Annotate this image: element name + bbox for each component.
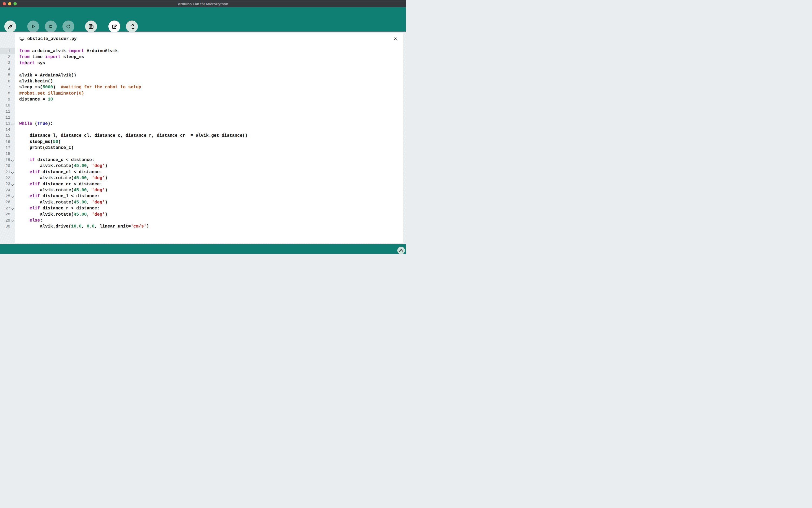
reset-button[interactable] bbox=[63, 20, 74, 33]
fold-chevron-icon[interactable] bbox=[10, 194, 14, 199]
fold-chevron-icon[interactable] bbox=[10, 170, 14, 174]
code-line: 27 elif distance_r < distance: bbox=[0, 205, 403, 211]
code-text[interactable]: alvik.rotate(45.00, 'deg') bbox=[15, 163, 403, 169]
minimize-window-button[interactable] bbox=[8, 2, 11, 5]
gutter-cell: 19 bbox=[0, 157, 15, 163]
code-line: 10 bbox=[0, 103, 403, 109]
code-line: 9distance = 10 bbox=[0, 96, 403, 102]
close-window-button[interactable] bbox=[3, 2, 6, 5]
code-text[interactable]: if distance_c < distance: bbox=[15, 157, 403, 163]
code-text[interactable]: alvik.rotate(45.00, 'deg') bbox=[15, 175, 403, 181]
fold-chevron-icon[interactable] bbox=[10, 218, 14, 223]
gutter-cell: 9 bbox=[0, 96, 15, 102]
code-text[interactable] bbox=[15, 151, 403, 157]
code-text[interactable]: print(distance_c) bbox=[15, 145, 403, 151]
code-text[interactable]: alvik.begin() bbox=[15, 78, 403, 84]
fold-chevron-icon[interactable] bbox=[10, 206, 14, 211]
line-number: 21 bbox=[5, 170, 10, 175]
gutter-cell: 21 bbox=[0, 169, 15, 175]
gutter-cell: 8 bbox=[0, 90, 15, 96]
code-line: 15 distance_l, distance_cl, distance_c, … bbox=[0, 133, 403, 139]
code-line: 2from time import sleep_ms bbox=[0, 54, 403, 60]
code-text[interactable] bbox=[15, 127, 403, 133]
code-text[interactable]: elif distance_r < distance: bbox=[15, 205, 403, 211]
line-number: 20 bbox=[5, 164, 10, 168]
line-number: 23 bbox=[5, 182, 10, 186]
fold-chevron-icon[interactable] bbox=[10, 182, 14, 186]
gutter-cell: 24 bbox=[0, 187, 15, 193]
line-number: 4 bbox=[8, 67, 10, 72]
code-line: 28 alvik.rotate(45.00, 'deg') bbox=[0, 212, 403, 217]
tab-close-button[interactable]: × bbox=[392, 35, 399, 42]
line-number: 2 bbox=[8, 55, 10, 59]
gutter-cell: 28 bbox=[0, 212, 15, 217]
line-number: 25 bbox=[5, 194, 10, 199]
code-text[interactable]: alvik.rotate(45.00, 'deg') bbox=[15, 200, 403, 205]
code-text[interactable]: alvik.drive(10.0, 0.0, linear_unit='cm/s… bbox=[15, 223, 403, 229]
code-text[interactable]: else: bbox=[15, 217, 403, 223]
code-text[interactable]: #robot.set_illuminator(0) bbox=[15, 90, 403, 96]
code-line: 8#robot.set_illuminator(0) bbox=[0, 90, 403, 96]
line-number: 24 bbox=[5, 188, 10, 193]
code-line: 14 bbox=[0, 127, 403, 133]
save-button[interactable] bbox=[85, 20, 97, 33]
expand-panel-button[interactable] bbox=[397, 247, 405, 254]
stop-button[interactable] bbox=[45, 20, 57, 33]
line-number: 30 bbox=[5, 224, 10, 229]
chevron-up-icon bbox=[398, 248, 404, 253]
fold-chevron-icon[interactable] bbox=[10, 158, 14, 162]
code-line: 26 alvik.rotate(45.00, 'deg') bbox=[0, 200, 403, 205]
code-text[interactable]: sleep_ms(5000) #waiting for the robot to… bbox=[15, 84, 403, 90]
code-text[interactable]: alvik = ArduinoAlvik() bbox=[15, 73, 403, 78]
files-button[interactable] bbox=[126, 20, 138, 33]
code-text[interactable]: elif distance_cl < distance: bbox=[15, 169, 403, 175]
fold-slot bbox=[10, 128, 14, 132]
gutter-cell: 13 bbox=[0, 121, 15, 127]
app-window: Arduino Lab for MicroPython bbox=[0, 0, 406, 254]
code-line: 1from arduino_alvik import ArduinoAlvik bbox=[0, 48, 403, 54]
code-text[interactable]: while (True): bbox=[15, 121, 403, 127]
gutter-cell: 5 bbox=[0, 73, 15, 78]
content-area: obstacle_avoider.py × 1from arduino_alvi… bbox=[0, 33, 406, 244]
line-number: 8 bbox=[8, 91, 10, 96]
code-text[interactable]: import sys bbox=[15, 60, 403, 66]
fold-slot bbox=[10, 224, 14, 229]
line-number: 7 bbox=[8, 85, 10, 90]
code-line: 11 bbox=[0, 109, 403, 115]
code-text[interactable] bbox=[15, 103, 403, 109]
code-text[interactable]: distance = 10 bbox=[15, 96, 403, 102]
code-text[interactable] bbox=[15, 109, 403, 115]
code-text[interactable]: from time import sleep_ms bbox=[15, 54, 403, 60]
gutter-cell: 29 bbox=[0, 217, 15, 223]
line-number: 16 bbox=[5, 140, 10, 144]
line-number: 11 bbox=[5, 110, 10, 114]
floppy-disk-icon bbox=[88, 23, 94, 30]
gutter-cell: 23 bbox=[0, 181, 15, 187]
code-text[interactable]: distance_l, distance_cl, distance_c, dis… bbox=[15, 133, 403, 139]
code-line: 25 elif distance_l < distance: bbox=[0, 193, 403, 199]
code-text[interactable]: elif distance_l < distance: bbox=[15, 193, 403, 199]
code-line: 13while (True): bbox=[0, 121, 403, 127]
editor-button[interactable] bbox=[109, 20, 120, 33]
code-line: 19 if distance_c < distance: bbox=[0, 157, 403, 163]
tab-filename[interactable]: obstacle_avoider.py bbox=[27, 37, 77, 41]
line-number: 5 bbox=[8, 73, 10, 78]
fold-slot bbox=[10, 91, 14, 96]
run-button[interactable] bbox=[27, 20, 39, 33]
code-text[interactable]: sleep_ms(50) bbox=[15, 139, 403, 145]
monitor-icon bbox=[19, 37, 24, 41]
code-line: 21 elif distance_cl < distance: bbox=[0, 169, 403, 175]
connect-button[interactable] bbox=[4, 20, 16, 33]
code-line: 3import sys bbox=[0, 60, 403, 66]
code-text[interactable]: alvik.rotate(45.00, 'deg') bbox=[15, 212, 403, 217]
code-text[interactable]: elif distance_cr < distance: bbox=[15, 181, 403, 187]
gutter-cell: 4 bbox=[0, 66, 15, 72]
code-text[interactable] bbox=[15, 115, 403, 121]
line-number: 19 bbox=[5, 158, 10, 162]
code-text[interactable]: from arduino_alvik import ArduinoAlvik bbox=[15, 48, 403, 54]
zoom-window-button[interactable] bbox=[13, 2, 17, 5]
fold-chevron-icon[interactable] bbox=[10, 122, 14, 126]
code-text[interactable] bbox=[15, 66, 403, 72]
fold-slot bbox=[10, 188, 14, 193]
code-text[interactable]: alvik.rotate(45.00, 'deg') bbox=[15, 187, 403, 193]
